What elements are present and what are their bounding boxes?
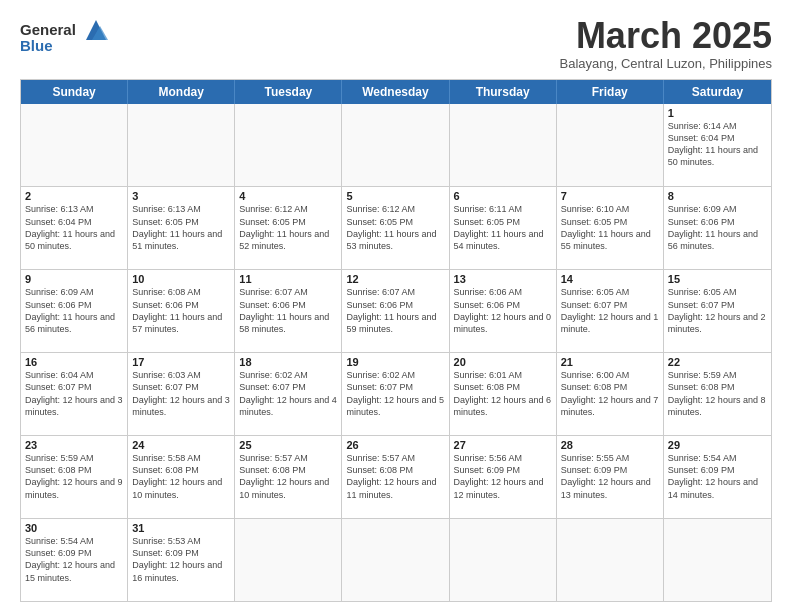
day-cell-31: 31Sunrise: 5:53 AM Sunset: 6:09 PM Dayli… <box>128 519 235 601</box>
empty-cell <box>450 519 557 601</box>
day-number: 16 <box>25 356 123 368</box>
day-number: 11 <box>239 273 337 285</box>
day-info: Sunrise: 6:06 AM Sunset: 6:06 PM Dayligh… <box>454 286 552 335</box>
calendar-header: SundayMondayTuesdayWednesdayThursdayFrid… <box>21 80 771 104</box>
day-cell-19: 19Sunrise: 6:02 AM Sunset: 6:07 PM Dayli… <box>342 353 449 435</box>
day-info: Sunrise: 6:09 AM Sunset: 6:06 PM Dayligh… <box>25 286 123 335</box>
empty-cell <box>235 104 342 187</box>
day-info: Sunrise: 6:08 AM Sunset: 6:06 PM Dayligh… <box>132 286 230 335</box>
day-number: 9 <box>25 273 123 285</box>
day-info: Sunrise: 5:56 AM Sunset: 6:09 PM Dayligh… <box>454 452 552 501</box>
day-cell-5: 5Sunrise: 6:12 AM Sunset: 6:05 PM Daylig… <box>342 187 449 269</box>
day-number: 31 <box>132 522 230 534</box>
day-number: 5 <box>346 190 444 202</box>
day-cell-14: 14Sunrise: 6:05 AM Sunset: 6:07 PM Dayli… <box>557 270 664 352</box>
day-info: Sunrise: 6:02 AM Sunset: 6:07 PM Dayligh… <box>239 369 337 418</box>
day-number: 15 <box>668 273 767 285</box>
day-cell-7: 7Sunrise: 6:10 AM Sunset: 6:05 PM Daylig… <box>557 187 664 269</box>
day-info: Sunrise: 6:05 AM Sunset: 6:07 PM Dayligh… <box>561 286 659 335</box>
day-info: Sunrise: 5:54 AM Sunset: 6:09 PM Dayligh… <box>25 535 123 584</box>
day-info: Sunrise: 6:05 AM Sunset: 6:07 PM Dayligh… <box>668 286 767 335</box>
weekday-header-thursday: Thursday <box>450 80 557 104</box>
empty-cell <box>557 104 664 187</box>
empty-cell <box>664 519 771 601</box>
day-number: 30 <box>25 522 123 534</box>
week-row-1: 2Sunrise: 6:13 AM Sunset: 6:04 PM Daylig… <box>21 186 771 269</box>
calendar-body: 1Sunrise: 6:14 AM Sunset: 6:04 PM Daylig… <box>21 104 771 601</box>
day-cell-24: 24Sunrise: 5:58 AM Sunset: 6:08 PM Dayli… <box>128 436 235 518</box>
day-cell-8: 8Sunrise: 6:09 AM Sunset: 6:06 PM Daylig… <box>664 187 771 269</box>
header: General Blue March 2025 Balayang, Centra… <box>20 16 772 71</box>
day-number: 14 <box>561 273 659 285</box>
weekday-header-tuesday: Tuesday <box>235 80 342 104</box>
day-cell-16: 16Sunrise: 6:04 AM Sunset: 6:07 PM Dayli… <box>21 353 128 435</box>
logo: General Blue <box>20 16 114 55</box>
day-cell-18: 18Sunrise: 6:02 AM Sunset: 6:07 PM Dayli… <box>235 353 342 435</box>
day-number: 6 <box>454 190 552 202</box>
title-block: March 2025 Balayang, Central Luzon, Phil… <box>560 16 772 71</box>
empty-cell <box>342 519 449 601</box>
day-cell-1: 1Sunrise: 6:14 AM Sunset: 6:04 PM Daylig… <box>664 104 771 187</box>
day-info: Sunrise: 6:14 AM Sunset: 6:04 PM Dayligh… <box>668 120 767 169</box>
weekday-header-sunday: Sunday <box>21 80 128 104</box>
logo-text: General <box>20 22 76 39</box>
day-cell-3: 3Sunrise: 6:13 AM Sunset: 6:05 PM Daylig… <box>128 187 235 269</box>
day-number: 26 <box>346 439 444 451</box>
empty-cell <box>128 104 235 187</box>
day-info: Sunrise: 6:07 AM Sunset: 6:06 PM Dayligh… <box>346 286 444 335</box>
day-number: 3 <box>132 190 230 202</box>
day-number: 19 <box>346 356 444 368</box>
day-number: 13 <box>454 273 552 285</box>
day-info: Sunrise: 6:01 AM Sunset: 6:08 PM Dayligh… <box>454 369 552 418</box>
location: Balayang, Central Luzon, Philippines <box>560 56 772 71</box>
day-info: Sunrise: 5:54 AM Sunset: 6:09 PM Dayligh… <box>668 452 767 501</box>
day-info: Sunrise: 6:07 AM Sunset: 6:06 PM Dayligh… <box>239 286 337 335</box>
day-cell-30: 30Sunrise: 5:54 AM Sunset: 6:09 PM Dayli… <box>21 519 128 601</box>
day-cell-13: 13Sunrise: 6:06 AM Sunset: 6:06 PM Dayli… <box>450 270 557 352</box>
day-cell-20: 20Sunrise: 6:01 AM Sunset: 6:08 PM Dayli… <box>450 353 557 435</box>
day-info: Sunrise: 6:10 AM Sunset: 6:05 PM Dayligh… <box>561 203 659 252</box>
day-number: 24 <box>132 439 230 451</box>
day-number: 17 <box>132 356 230 368</box>
day-number: 29 <box>668 439 767 451</box>
logo-blue-text: Blue <box>20 38 53 55</box>
day-number: 21 <box>561 356 659 368</box>
day-info: Sunrise: 5:53 AM Sunset: 6:09 PM Dayligh… <box>132 535 230 584</box>
day-cell-17: 17Sunrise: 6:03 AM Sunset: 6:07 PM Dayli… <box>128 353 235 435</box>
week-row-2: 9Sunrise: 6:09 AM Sunset: 6:06 PM Daylig… <box>21 269 771 352</box>
day-number: 27 <box>454 439 552 451</box>
logo-icon <box>78 16 114 44</box>
day-cell-9: 9Sunrise: 6:09 AM Sunset: 6:06 PM Daylig… <box>21 270 128 352</box>
day-number: 2 <box>25 190 123 202</box>
day-info: Sunrise: 6:09 AM Sunset: 6:06 PM Dayligh… <box>668 203 767 252</box>
day-number: 23 <box>25 439 123 451</box>
day-number: 25 <box>239 439 337 451</box>
week-row-5: 30Sunrise: 5:54 AM Sunset: 6:09 PM Dayli… <box>21 518 771 601</box>
day-cell-10: 10Sunrise: 6:08 AM Sunset: 6:06 PM Dayli… <box>128 270 235 352</box>
day-info: Sunrise: 5:55 AM Sunset: 6:09 PM Dayligh… <box>561 452 659 501</box>
empty-cell <box>557 519 664 601</box>
day-cell-6: 6Sunrise: 6:11 AM Sunset: 6:05 PM Daylig… <box>450 187 557 269</box>
empty-cell <box>21 104 128 187</box>
day-info: Sunrise: 6:12 AM Sunset: 6:05 PM Dayligh… <box>346 203 444 252</box>
page: General Blue March 2025 Balayang, Centra… <box>0 0 792 612</box>
day-number: 22 <box>668 356 767 368</box>
day-number: 28 <box>561 439 659 451</box>
day-info: Sunrise: 5:59 AM Sunset: 6:08 PM Dayligh… <box>668 369 767 418</box>
day-cell-25: 25Sunrise: 5:57 AM Sunset: 6:08 PM Dayli… <box>235 436 342 518</box>
day-info: Sunrise: 6:03 AM Sunset: 6:07 PM Dayligh… <box>132 369 230 418</box>
day-cell-12: 12Sunrise: 6:07 AM Sunset: 6:06 PM Dayli… <box>342 270 449 352</box>
day-info: Sunrise: 5:58 AM Sunset: 6:08 PM Dayligh… <box>132 452 230 501</box>
day-info: Sunrise: 6:11 AM Sunset: 6:05 PM Dayligh… <box>454 203 552 252</box>
month-title: March 2025 <box>560 16 772 56</box>
week-row-3: 16Sunrise: 6:04 AM Sunset: 6:07 PM Dayli… <box>21 352 771 435</box>
day-number: 18 <box>239 356 337 368</box>
empty-cell <box>342 104 449 187</box>
day-cell-21: 21Sunrise: 6:00 AM Sunset: 6:08 PM Dayli… <box>557 353 664 435</box>
weekday-header-monday: Monday <box>128 80 235 104</box>
day-info: Sunrise: 6:04 AM Sunset: 6:07 PM Dayligh… <box>25 369 123 418</box>
day-number: 4 <box>239 190 337 202</box>
day-cell-2: 2Sunrise: 6:13 AM Sunset: 6:04 PM Daylig… <box>21 187 128 269</box>
day-number: 8 <box>668 190 767 202</box>
day-info: Sunrise: 5:57 AM Sunset: 6:08 PM Dayligh… <box>346 452 444 501</box>
